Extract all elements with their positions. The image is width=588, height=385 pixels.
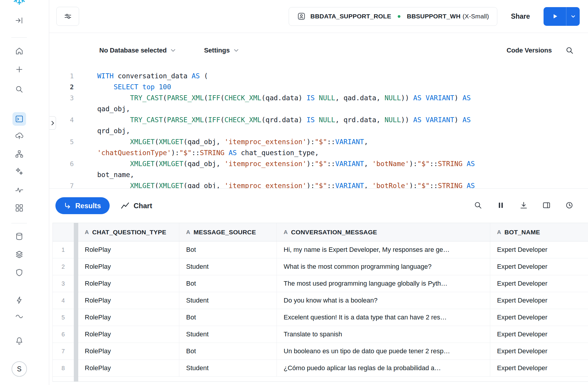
user-menu[interactable]: S: [0, 361, 39, 377]
code-line[interactable]: 2 SELECT top 100: [49, 82, 588, 93]
table-cell[interactable]: Un booleano es un tipo de dato que puede…: [277, 343, 490, 359]
table-cell[interactable]: Student: [179, 326, 277, 343]
run-options-button[interactable]: [566, 7, 580, 26]
table-cell[interactable]: RolePlay: [78, 241, 179, 258]
table-cell[interactable]: RolePlay: [78, 292, 179, 309]
expand-panel-tab[interactable]: [49, 116, 56, 130]
code-line[interactable]: 1WITH conversation_data AS (: [49, 71, 588, 82]
table-cell[interactable]: Expert Developer: [490, 275, 588, 292]
row-number[interactable]: 6: [53, 326, 74, 343]
collapse-sidebar-button[interactable]: [0, 16, 39, 25]
columns-button[interactable]: [496, 201, 505, 211]
code-line[interactable]: 'chatQuestionType'):"$"::STRING AS chat_…: [49, 147, 588, 158]
table-cell[interactable]: The most used programming language globa…: [277, 275, 490, 292]
code-text: XMLGET(XMLGET(qad_obj, 'itemproc_extensi…: [74, 136, 368, 147]
column-header[interactable]: ABOT_NAME: [490, 223, 588, 241]
table-cell[interactable]: RolePlay: [78, 360, 179, 376]
table-cell[interactable]: Expert Developer: [490, 292, 588, 309]
frozen-column-scrollbar[interactable]: [74, 223, 78, 381]
session-context-selector[interactable]: BBDATA_SUPPORT_ROLE BBSUPPORT_WH(X-Small…: [289, 7, 497, 26]
row-number[interactable]: 7: [53, 343, 74, 359]
sidebar-item-data[interactable]: [0, 232, 39, 241]
sql-editor[interactable]: 1WITH conversation_data AS (2 SELECT top…: [49, 68, 588, 189]
table-cell[interactable]: Bot: [179, 241, 277, 258]
sidebar-item-data-products[interactable]: [0, 250, 39, 259]
table-cell[interactable]: Bot: [179, 275, 277, 292]
table-cell[interactable]: RolePlay: [78, 275, 179, 292]
row-number[interactable]: 1: [53, 241, 74, 258]
sidebar-item-search[interactable]: [0, 85, 39, 94]
column-header[interactable]: AMESSAGE_SOURCE: [179, 223, 277, 241]
row-number[interactable]: 4: [53, 292, 74, 309]
table-cell[interactable]: RolePlay: [78, 258, 179, 275]
snowflake-worksheet-app: ❄: [0, 0, 588, 385]
table-cell[interactable]: Expert Developer: [490, 309, 588, 326]
code-text: XMLGET(XMLGET(qad_obj, 'itemproc_extensi…: [74, 158, 475, 169]
table-cell[interactable]: Hi, my name is Expert Developer, My resp…: [277, 241, 490, 258]
code-line[interactable]: 6 XMLGET(XMLGET(qad_obj, 'itemproc_exten…: [49, 158, 588, 169]
share-button[interactable]: Share: [503, 7, 538, 26]
row-number[interactable]: 5: [53, 309, 74, 326]
code-line[interactable]: 7 XMLGET(XMLGET(qad_obj, 'itemproc_exten…: [49, 180, 588, 189]
sparkles-icon: [15, 167, 24, 176]
row-number-header[interactable]: [53, 223, 74, 241]
table-cell[interactable]: Expert Developer: [490, 241, 588, 258]
code-line[interactable]: qrd_obj,: [49, 125, 588, 136]
code-line[interactable]: 3 TRY_CAST(PARSE_XML(IFF(CHECK_XML(qad.d…: [49, 93, 588, 104]
sidebar-item-ai-ml[interactable]: [0, 167, 39, 176]
column-header[interactable]: ACHAT_QUESTION_TYPE: [78, 223, 179, 241]
sidebar-item-activity[interactable]: [0, 186, 39, 195]
download-button[interactable]: [519, 201, 528, 211]
filters-button[interactable]: [56, 7, 79, 26]
row-number[interactable]: 2: [53, 258, 74, 275]
snowflake-logo[interactable]: ❄: [0, 0, 39, 7]
editor-search-button[interactable]: [565, 46, 574, 55]
sidebar-item-create[interactable]: [0, 65, 39, 74]
table-cell[interactable]: Bot: [179, 309, 277, 326]
table-cell[interactable]: Expert Developer: [490, 343, 588, 359]
code-versions-button[interactable]: Code Versions: [506, 47, 552, 54]
table-cell[interactable]: ¿Cómo puedo aplicar las reglas de la pro…: [277, 360, 490, 376]
sidebar-item-streams[interactable]: [0, 311, 39, 320]
table-cell[interactable]: Student: [179, 360, 277, 376]
lightning-icon: [15, 296, 24, 305]
sidebar-item-apps[interactable]: [0, 203, 39, 212]
code-line[interactable]: bot_name,: [49, 169, 588, 180]
table-cell[interactable]: Bot: [179, 343, 277, 359]
sidebar-item-automations[interactable]: [0, 296, 39, 305]
row-number[interactable]: 3: [53, 275, 74, 292]
row-number[interactable]: 8: [53, 360, 74, 376]
sidebar-item-governance[interactable]: [0, 268, 39, 277]
table-cell[interactable]: Excelent question! It is a data type tha…: [277, 309, 490, 326]
database-selector[interactable]: No Database selected: [99, 47, 176, 54]
table-cell[interactable]: Expert Developer: [490, 258, 588, 275]
table-cell[interactable]: Expert Developer: [490, 360, 588, 376]
table-cell[interactable]: RolePlay: [78, 326, 179, 343]
sidebar-item-databases[interactable]: [0, 149, 39, 158]
code-line[interactable]: 5 XMLGET(XMLGET(qad_obj, 'itemproc_exten…: [49, 136, 588, 147]
table-cell[interactable]: Translate to spanish: [277, 326, 490, 343]
table-cell[interactable]: Student: [179, 292, 277, 309]
column-header[interactable]: ACONVERSATION_MESSAGE: [277, 223, 490, 241]
code-line[interactable]: qad_obj,: [49, 104, 588, 114]
table-cell[interactable]: Student: [179, 258, 277, 275]
sidebar-item-data-load[interactable]: [0, 131, 39, 140]
sidebar-item-worksheets[interactable]: [0, 112, 39, 126]
table-cell[interactable]: RolePlay: [78, 343, 179, 359]
table-cell[interactable]: What is the most common programming lang…: [277, 258, 490, 275]
table-cell[interactable]: Do you know what is a boolean?: [277, 292, 490, 309]
code-line[interactable]: 4 TRY_CAST(PARSE_XML(IFF(CHECK_XML(qrd.d…: [49, 114, 588, 125]
shield-icon: [15, 268, 24, 277]
table-cell[interactable]: RolePlay: [78, 309, 179, 326]
sidebar-item-home[interactable]: [0, 47, 39, 55]
run-button[interactable]: [544, 7, 566, 26]
settings-menu[interactable]: Settings: [204, 47, 239, 54]
results-search-button[interactable]: [474, 201, 482, 211]
table-cell[interactable]: Expert Developer: [490, 326, 588, 343]
query-history-button[interactable]: [565, 201, 574, 211]
side-panel-button[interactable]: [542, 201, 551, 211]
tab-results[interactable]: Results: [55, 197, 110, 214]
tab-chart[interactable]: Chart: [121, 202, 152, 210]
text-type-icon: A: [186, 229, 190, 236]
sidebar-item-notifications[interactable]: [0, 336, 39, 345]
